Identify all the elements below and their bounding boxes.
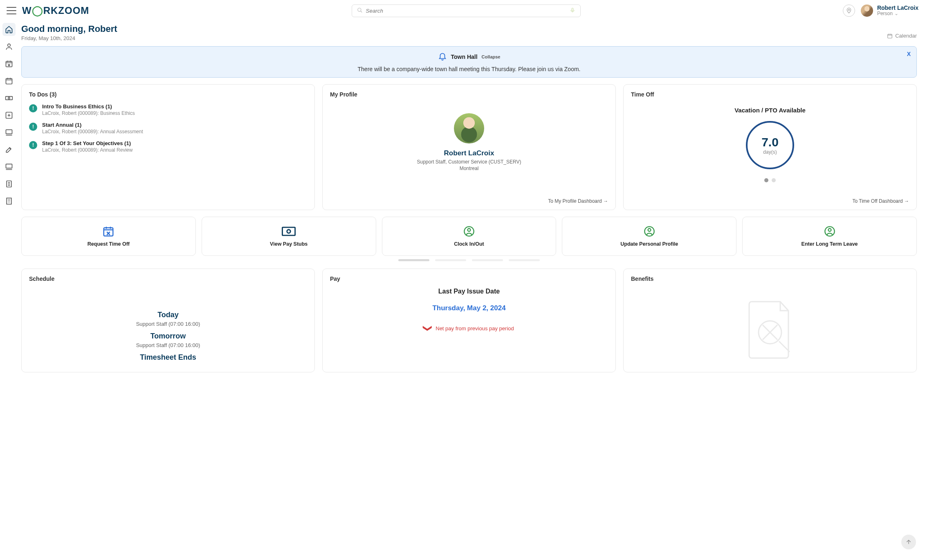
- schedule-title: Schedule: [29, 276, 307, 282]
- nav-document[interactable]: [2, 177, 16, 190]
- svg-point-4: [8, 44, 11, 47]
- pager-bar[interactable]: [509, 259, 540, 261]
- user-role: Person: [877, 11, 893, 16]
- chevron-down-icon: [894, 11, 898, 16]
- nav-calendar-x[interactable]: [2, 57, 16, 70]
- svg-point-3: [848, 9, 849, 10]
- alert-icon: !: [29, 104, 37, 112]
- profile-name: Robert LaCroix: [330, 149, 608, 157]
- quick-long-term-leave[interactable]: Enter Long Term Leave: [742, 217, 917, 256]
- quick-clock[interactable]: Clock In/Out: [382, 217, 557, 256]
- pay-card: Pay Last Pay Issue Date Thursday, May 2,…: [322, 269, 616, 372]
- benefits-card: Benefits: [623, 269, 917, 372]
- collapse-button[interactable]: Collapse: [482, 54, 501, 59]
- todo-title: Step 1 Of 3: Set Your Objectives (1): [42, 140, 132, 146]
- quick-label: Clock In/Out: [454, 241, 484, 247]
- calendar-x-icon: [102, 226, 115, 237]
- timeoff-ring: 7.0 day(s): [746, 121, 794, 169]
- search-icon: [357, 7, 363, 14]
- search-input[interactable]: [366, 8, 566, 14]
- todo-subtitle: LaCroix, Robert (000089): Business Ethic…: [42, 110, 135, 116]
- svg-point-21: [648, 228, 651, 231]
- person-icon: [644, 226, 655, 237]
- alert-icon: !: [29, 123, 37, 131]
- svg-rect-13: [7, 198, 11, 204]
- svg-rect-10: [6, 130, 12, 134]
- calendar-link[interactable]: Calendar: [887, 33, 917, 39]
- quick-update-profile[interactable]: Update Personal Profile: [562, 217, 736, 256]
- pay-date: Thursday, May 2, 2024: [330, 304, 608, 312]
- nav-monitor-2[interactable]: [2, 160, 16, 173]
- nav-edit[interactable]: [2, 143, 16, 156]
- todo-title: Start Annual (1): [42, 122, 143, 128]
- alert-icon: !: [29, 141, 37, 149]
- pager-bar[interactable]: [472, 259, 503, 261]
- schedule-today-shift: Support Staff (07:00 16:00): [29, 321, 307, 327]
- svg-rect-7: [6, 96, 13, 100]
- pager-dot[interactable]: [764, 178, 768, 182]
- pay-title: Pay: [330, 276, 608, 282]
- timeoff-value: 7.0: [761, 135, 779, 149]
- announcement-banner: X Town Hall Collapse There will be a com…: [21, 46, 917, 78]
- mic-icon[interactable]: [570, 7, 575, 14]
- page-date: Friday, May 10th, 2024: [21, 35, 117, 41]
- quick-label: Update Personal Profile: [620, 241, 678, 247]
- global-search[interactable]: [352, 4, 581, 17]
- menu-toggle[interactable]: [7, 7, 16, 14]
- empty-document-icon: [741, 298, 799, 363]
- user-menu[interactable]: Robert LaCroix Person: [861, 4, 918, 17]
- nav-pay[interactable]: [2, 92, 16, 105]
- timeoff-label: Vacation / PTO Available: [631, 107, 909, 114]
- todo-subtitle: LaCroix, Robert (000089): Annual Assessm…: [42, 129, 143, 134]
- profile-location: Montreal: [330, 166, 608, 171]
- svg-rect-11: [6, 164, 12, 168]
- profile-dashboard-link[interactable]: To My Profile Dashboard: [548, 198, 608, 204]
- nav-monitor[interactable]: [2, 126, 16, 139]
- quick-request-timeoff[interactable]: Request Time Off: [21, 217, 196, 256]
- profile-role: Support Staff, Customer Service (CUST_SE…: [330, 159, 608, 165]
- location-button[interactable]: [843, 4, 855, 17]
- benefits-title: Benefits: [631, 276, 909, 282]
- svg-rect-6: [6, 78, 12, 84]
- close-button[interactable]: X: [907, 51, 911, 57]
- schedule-tomorrow-label: Tomorrow: [29, 332, 307, 340]
- todo-item[interactable]: ! Intro To Business Ethics (1) LaCroix, …: [29, 103, 307, 116]
- profile-card-title: My Profile: [330, 91, 608, 98]
- todos-title: To Dos (3): [29, 91, 307, 98]
- svg-point-17: [287, 230, 291, 233]
- profile-avatar: [454, 113, 484, 143]
- quick-label: View Pay Stubs: [270, 241, 308, 247]
- svg-rect-2: [572, 8, 573, 11]
- timeoff-card: Time Off Vacation / PTO Available 7.0 da…: [623, 84, 917, 210]
- pager-bar[interactable]: [435, 259, 466, 261]
- timeoff-card-title: Time Off: [631, 91, 909, 98]
- timeoff-dashboard-link[interactable]: To Time Off Dashboard: [852, 198, 909, 204]
- nav-building[interactable]: [2, 195, 16, 208]
- svg-rect-14: [888, 34, 892, 38]
- announcement-body: There will be a company-wide town hall m…: [28, 66, 910, 72]
- pager-dot[interactable]: [772, 178, 776, 182]
- todo-title: Intro To Business Ethics (1): [42, 103, 135, 110]
- todo-item[interactable]: ! Start Annual (1) LaCroix, Robert (0000…: [29, 122, 307, 134]
- page-greeting: Good morning, Robert: [21, 24, 117, 34]
- profile-card: My Profile Robert LaCroix Support Staff,…: [322, 84, 616, 210]
- pager-bar[interactable]: [398, 259, 429, 261]
- svg-rect-15: [104, 228, 113, 236]
- quick-paystubs[interactable]: View Pay Stubs: [202, 217, 376, 256]
- money-icon: [282, 226, 296, 237]
- nav-person[interactable]: [2, 40, 16, 53]
- svg-rect-16: [283, 227, 295, 235]
- bell-icon: [438, 52, 447, 62]
- pay-heading: Last Pay Issue Date: [330, 288, 608, 295]
- nav-calendar[interactable]: [2, 74, 16, 87]
- nav-home[interactable]: [2, 23, 16, 36]
- nav-add[interactable]: [2, 109, 16, 122]
- svg-point-19: [467, 228, 470, 231]
- todo-item[interactable]: ! Step 1 Of 3: Set Your Objectives (1) L…: [29, 140, 307, 153]
- avatar: [861, 4, 873, 17]
- svg-point-0: [357, 8, 361, 11]
- user-name: Robert LaCroix: [877, 5, 918, 11]
- arrow-down-icon: ❯: [423, 325, 432, 332]
- quick-label: Enter Long Term Leave: [802, 241, 858, 247]
- schedule-timesheet-label: Timesheet Ends: [29, 353, 307, 362]
